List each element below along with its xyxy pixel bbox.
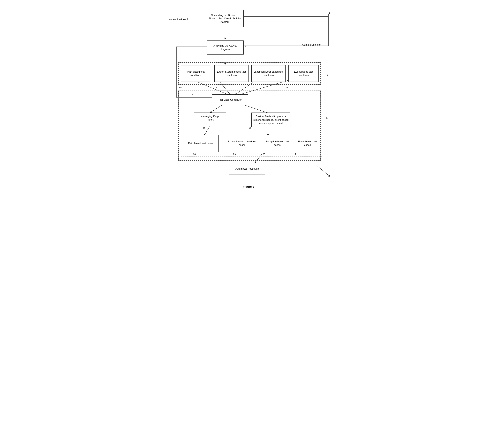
automated-box: Automated Test suite bbox=[229, 163, 265, 175]
nodes-edges-label: Nodes & edges 7 bbox=[169, 18, 188, 21]
svg-line-18 bbox=[317, 165, 328, 175]
num14-label: 14 bbox=[326, 117, 328, 120]
custom-method-box: Custom Method to produce experience base… bbox=[251, 112, 291, 127]
num18-label: 18 bbox=[193, 153, 196, 156]
expert-cases-box: Expert System based test cases bbox=[225, 135, 259, 152]
path-conditions-box: Path based test conditions bbox=[181, 65, 211, 82]
test-case-gen-box: Test Case Generator bbox=[212, 95, 248, 105]
figure-caption: Figure 2 bbox=[165, 185, 332, 188]
exception-conditions-box: Exception/Error based test conditions bbox=[251, 65, 286, 82]
num6-label: 6 bbox=[245, 44, 246, 47]
exception-cases-box: Exception based test cases bbox=[262, 135, 292, 152]
diagram: Nodes & edges 7 5 Converting the Busines… bbox=[165, 6, 332, 181]
converting-box: Converting the Business Flows to Test Ce… bbox=[206, 10, 244, 27]
num11-label: 11 bbox=[214, 86, 217, 89]
num5-label: 5 bbox=[329, 11, 330, 14]
num9-label: 9 bbox=[327, 74, 328, 77]
num15-label: 15 bbox=[203, 126, 206, 129]
num13-label: 13 bbox=[286, 86, 288, 89]
num10-label: 10 bbox=[179, 86, 181, 89]
configurations-label: Configurations 8 bbox=[302, 43, 321, 46]
event-cases-box: Event based test cases bbox=[295, 135, 320, 152]
path-cases-box: Path based test cases bbox=[183, 135, 219, 152]
num21-label: 21 bbox=[295, 153, 298, 156]
num20-label: 20 bbox=[262, 153, 265, 156]
leveraging-box: Leveraging Graph Theory bbox=[194, 112, 226, 123]
num17-label: 17 bbox=[328, 175, 330, 178]
num12-label: 12 bbox=[251, 86, 254, 89]
num19-label: 19 bbox=[233, 153, 236, 156]
expert-conditions-box: Expert System based test conditions bbox=[214, 65, 248, 82]
num16-label: 16 bbox=[248, 126, 251, 129]
event-conditions-box: Event based test conditions bbox=[289, 65, 319, 82]
analyzing-box: Analyzing the Activity diagram bbox=[206, 41, 244, 54]
